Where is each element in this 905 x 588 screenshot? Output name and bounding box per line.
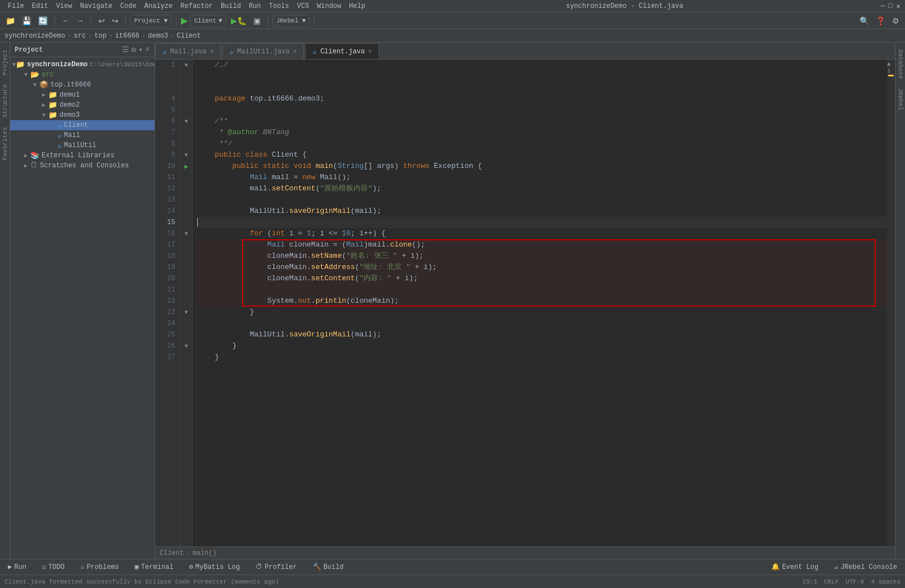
tab-mail-close[interactable]: × <box>210 48 214 55</box>
toolbar-open-btn[interactable]: 📁 <box>3 15 17 26</box>
structure-tab[interactable]: Structure <box>1 80 10 122</box>
project-dropdown[interactable]: Project ▼ <box>130 15 171 27</box>
toolbar-save-btn[interactable]: 💾 <box>20 15 34 26</box>
toolbar-search-btn[interactable]: 🔍 <box>857 15 871 26</box>
toolbar-undo-btn[interactable]: ↩ <box>96 15 107 26</box>
fold-1[interactable]: ▼ <box>180 60 192 71</box>
menu-vcs[interactable]: VCS <box>294 2 313 10</box>
fold-26[interactable]: ▼ <box>180 340 192 352</box>
tab-mailutil-label: MailUtil.java <box>237 48 290 56</box>
favorites-tab[interactable]: Favorites <box>1 122 10 165</box>
maximize-button[interactable]: □ <box>888 2 893 11</box>
breadcrumb-part-5[interactable]: Client <box>177 32 201 40</box>
breadcrumb-part-3[interactable]: it6666 <box>115 32 139 40</box>
sidebar-settings-icon[interactable]: ⚙ <box>131 45 136 54</box>
sidebar-hide-icon[interactable]: × <box>145 45 150 54</box>
jrebel-dropdown[interactable]: JRebel ▼ <box>272 15 310 27</box>
status-position[interactable]: 15:1 <box>802 578 817 585</box>
menu-help[interactable]: Help <box>345 2 369 10</box>
fold-9[interactable]: ▼ <box>180 149 192 161</box>
sidebar-scope-icon[interactable]: ☰ <box>122 45 129 54</box>
problems-tool-btn[interactable]: ⚠ Problems <box>77 562 122 572</box>
menu-tools[interactable]: Tools <box>266 2 293 10</box>
menu-edit[interactable]: Edit <box>29 2 52 10</box>
run-gutter-10[interactable]: ▶ <box>180 161 192 172</box>
status-encoding[interactable]: UTF-8 <box>845 578 864 585</box>
fold-23[interactable]: ▼ <box>180 307 192 318</box>
mybatis-tool-btn[interactable]: ⚙ MyBatis Log <box>186 562 243 572</box>
jrebel-side-tab[interactable]: JRebel <box>896 84 905 115</box>
menu-analyze[interactable]: Analyze <box>141 2 176 10</box>
tree-demo2[interactable]: ▶ 📁 demo2 <box>10 100 154 110</box>
tab-mailutil[interactable]: ☕ MailUtil.java × <box>222 43 304 59</box>
code-17c: )mail. <box>363 239 390 250</box>
toolbar-sync-btn[interactable]: 🔄 <box>36 15 50 26</box>
menu-file[interactable]: File <box>4 2 28 10</box>
breadcrumb-part-0[interactable]: synchronizeDemo <box>4 32 65 40</box>
toolbar-settings-btn[interactable]: ⚙ <box>890 15 902 26</box>
run-button[interactable]: ▶ <box>181 15 188 26</box>
menu-run[interactable]: Run <box>245 2 265 10</box>
todo-tool-btn[interactable]: ☑ TODO <box>39 562 68 572</box>
tree-demo1[interactable]: ▶ 📁 demo1 <box>10 90 154 100</box>
build-label: Build <box>324 563 344 571</box>
menu-build[interactable]: Build <box>217 2 244 10</box>
toolbar-help-btn[interactable]: ❓ <box>874 15 888 26</box>
toolbar-redo-btn[interactable]: ↪ <box>110 15 121 26</box>
database-tab[interactable]: Database <box>896 45 905 84</box>
fold-16[interactable]: ▼ <box>180 228 192 239</box>
tree-client[interactable]: ☕ Client <box>10 120 154 130</box>
tree-src[interactable]: ▼ 📂 src <box>10 70 154 80</box>
menu-refactor[interactable]: Refactor <box>177 2 216 10</box>
code-kw-throws: throws <box>403 161 434 172</box>
tree-package[interactable]: ▼ 📦 top.it6666 <box>10 80 154 90</box>
tab-mail[interactable]: ☕ Mail.java × <box>155 43 221 59</box>
fold-6[interactable]: ▼ <box>180 116 192 127</box>
toolbar-back-btn[interactable]: ← <box>60 15 72 26</box>
project-tab[interactable]: Project <box>1 45 10 80</box>
jrebel-console-btn[interactable]: ☕ JRebel Console <box>831 562 901 572</box>
menu-view[interactable]: View <box>53 2 76 10</box>
tab-client[interactable]: ☕ Client.java × <box>305 43 379 59</box>
status-indent[interactable]: 4 spaces <box>871 578 901 585</box>
sidebar-gear-icon[interactable]: ▾ <box>138 45 143 54</box>
tree-mailutil[interactable]: ☕ MailUtil <box>10 140 154 151</box>
tree-extlibs[interactable]: ▶ 📚 External Libraries <box>10 151 154 161</box>
breadcrumb-part-1[interactable]: src <box>74 32 86 40</box>
code-19b: ( <box>355 262 360 273</box>
profiler-tool-btn[interactable]: ⏱ Profiler <box>252 562 301 572</box>
code-line-4: package top.it6666.demo3; <box>197 93 887 104</box>
run-tool-btn[interactable]: ▶ Run <box>4 562 30 572</box>
project-tree: ▼ 📁 synchronizeDemo C:\Users\30315\Dow ▼… <box>10 57 154 559</box>
editor-bc-client[interactable]: Client <box>160 549 184 557</box>
event-log-btn[interactable]: 🔔 Event Log <box>768 562 822 572</box>
tree-mail[interactable]: ☕ Mail <box>10 130 154 140</box>
close-button[interactable]: ✕ <box>896 2 901 11</box>
gutter-warning-1[interactable] <box>888 75 894 76</box>
build-tool-btn[interactable]: 🔨 Build <box>310 562 347 572</box>
editor-area: ☕ Mail.java × ☕ MailUtil.java × ☕ Client… <box>155 43 895 559</box>
tree-root[interactable]: ▼ 📁 synchronizeDemo C:\Users\30315\Dow <box>10 60 154 70</box>
menu-navigate[interactable]: Navigate <box>76 2 116 10</box>
tab-client-close[interactable]: × <box>368 48 372 55</box>
run-config-dropdown[interactable]: Client ▼ <box>190 15 226 27</box>
line-numbers: 1 4 5 6 7 8 9 10 11 12 13 14 15 16 17 18… <box>155 60 180 546</box>
toolbar-debug-btn[interactable]: ▶🐛 <box>229 15 249 26</box>
menu-window[interactable]: Window <box>313 2 344 10</box>
tree-scratches[interactable]: ▶ 🗒 Scratches and Consoles <box>10 161 154 170</box>
toolbar-coverage-btn[interactable]: ▣ <box>251 15 263 26</box>
tree-demo3[interactable]: ▼ 📁 demo3 <box>10 110 154 120</box>
run-icon-10[interactable]: ▶ <box>184 163 188 170</box>
ln-2 <box>155 71 175 82</box>
code-editor[interactable]: 1 4 5 6 7 8 9 10 11 12 13 14 15 16 17 18… <box>155 60 895 546</box>
status-line-ending[interactable]: CRLF <box>824 578 839 585</box>
tab-mailutil-close[interactable]: × <box>293 48 297 55</box>
code-content[interactable]: /…/ package top.it6666.demo3; /** <box>193 60 887 546</box>
minimize-button[interactable]: — <box>881 2 885 11</box>
toolbar-forward-btn[interactable]: → <box>74 15 87 26</box>
editor-bc-main[interactable]: main() <box>192 549 216 557</box>
menu-code[interactable]: Code <box>117 2 140 10</box>
terminal-tool-btn[interactable]: ▣ Terminal <box>131 562 177 572</box>
breadcrumb-part-2[interactable]: top <box>94 32 107 40</box>
breadcrumb-part-4[interactable]: demo3 <box>148 32 168 40</box>
